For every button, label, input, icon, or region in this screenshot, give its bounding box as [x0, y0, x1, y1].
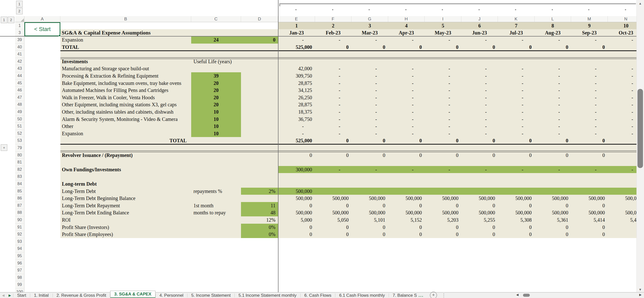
new-sheet-button[interactable]: + [430, 292, 437, 298]
cell-b85[interactable]: Long-Term Debt [60, 188, 191, 195]
cell-m46[interactable]: - [571, 87, 608, 94]
cell-l90[interactable]: 5,361 [535, 216, 571, 224]
row-header-45[interactable]: 45 [15, 80, 24, 87]
cell-i44[interactable]: - [425, 72, 461, 80]
cell-j52[interactable]: - [461, 130, 498, 137]
tab-2-revenue-gross-profit[interactable]: 2. Revenue & Gross Profit [53, 292, 110, 298]
horizontal-scrollbar-thumb[interactable] [523, 294, 530, 297]
row-header-99[interactable]: 99 [15, 281, 24, 288]
cell-f87[interactable]: 0 [315, 202, 352, 209]
cell-h50[interactable]: - [388, 116, 425, 123]
cell-h40[interactable]: 0 [388, 44, 425, 51]
row-header-91[interactable]: 91 [15, 224, 24, 231]
cell-g39[interactable]: - [351, 36, 388, 44]
cell-k91[interactable]: 0 [498, 224, 535, 231]
cell-f47[interactable]: - [315, 94, 352, 101]
cell-b45[interactable]: Bake Equipment, including vacuum ovens, … [60, 80, 191, 87]
cell-m40[interactable]: 0 [571, 44, 608, 51]
row-header-95[interactable]: 95 [15, 252, 24, 260]
cell-e87[interactable]: 0 [278, 202, 315, 209]
cell-g47[interactable]: - [351, 94, 388, 101]
row-header-96[interactable]: 96 [15, 260, 24, 267]
vertical-scrollbar-thumb[interactable] [637, 89, 643, 168]
cell-b47[interactable]: Walk in Freezer, Walk in Cooler, Venta H… [60, 94, 191, 101]
cell-h44[interactable]: - [388, 72, 425, 80]
cell-f82[interactable]: - [315, 166, 352, 173]
cell-b50[interactable]: Alarm & Security System, Monitoring - Vi… [60, 116, 191, 123]
cell-c48[interactable]: 20 [191, 101, 241, 108]
cell-j46[interactable]: - [461, 87, 498, 94]
cell-f49[interactable]: - [315, 108, 352, 116]
column-header-i[interactable]: I [425, 16, 461, 22]
row-header-87[interactable]: 87 [15, 202, 24, 209]
row-header-82[interactable]: 82 [15, 166, 24, 173]
cell-f44[interactable]: - [315, 72, 352, 80]
row-header-43[interactable]: 43 [15, 65, 24, 72]
column-header-l[interactable]: L [535, 16, 571, 22]
cell-k86[interactable]: 500,000 [498, 195, 535, 202]
cell-f53[interactable]: 0 [315, 137, 352, 144]
row-header-97[interactable]: 97 [15, 267, 24, 274]
cell-j82[interactable]: - [461, 166, 498, 173]
cell-f52[interactable]: - [315, 130, 352, 137]
tab-options-dots-icon[interactable]: ⋮ [441, 292, 446, 298]
cell-k50[interactable]: - [498, 116, 535, 123]
cell-e45[interactable]: 28,875 [278, 80, 315, 87]
cell-k49[interactable]: - [498, 108, 535, 116]
cell-h52[interactable]: - [388, 130, 425, 137]
tab-4-personnel[interactable]: 4. Personnel [156, 292, 187, 298]
cell-i48[interactable]: - [425, 101, 461, 108]
row-header-81[interactable]: 81 [15, 159, 24, 166]
cell-m53[interactable]: 0 [571, 137, 608, 144]
cell-b44[interactable]: Processing & Extraction & Refining Equip… [60, 72, 191, 80]
period-date-aug-23[interactable]: Aug-23 [535, 29, 571, 36]
period-date-may-23[interactable]: May-23 [425, 29, 461, 36]
cell-c46[interactable]: 20 [191, 87, 241, 94]
column-header-g[interactable]: G [351, 16, 388, 22]
cell-l50[interactable]: - [535, 116, 571, 123]
cell-g52[interactable]: - [351, 130, 388, 137]
cell-h92[interactable]: 0 [388, 231, 425, 238]
hscroll-right-icon[interactable]: ▶ [639, 293, 641, 296]
cell-m86[interactable]: 500,000 [571, 195, 608, 202]
cell-i86[interactable]: 500,000 [425, 195, 461, 202]
cell-c52[interactable]: 10 [191, 130, 241, 137]
cell-e88[interactable]: 500,000 [278, 209, 315, 216]
cell-j92[interactable]: 0 [461, 231, 498, 238]
cell-g91[interactable]: 0 [351, 224, 388, 231]
period-date-sep-23[interactable]: Sep-23 [571, 29, 608, 36]
scroll-down-icon[interactable]: ▼ [636, 288, 644, 291]
column-header-e[interactable]: E [278, 16, 315, 22]
cell-c85[interactable]: repayments % [191, 188, 241, 195]
cell-e47[interactable]: 26,250 [278, 94, 315, 101]
select-all-corner[interactable] [15, 16, 24, 22]
cell-l88[interactable]: 500,000 [535, 209, 571, 216]
row-header-98[interactable]: 98 [15, 274, 24, 281]
cell-k45[interactable]: - [498, 80, 535, 87]
cell-l92[interactable]: 0 [535, 231, 571, 238]
period-date-jul-23[interactable]: Jul-23 [498, 29, 535, 36]
cell-f91[interactable]: 0 [315, 224, 352, 231]
cell-b46[interactable]: Automated Machines for Filling Pens and … [60, 87, 191, 94]
cell-m87[interactable]: 0 [571, 202, 608, 209]
cell-l39[interactable]: - [535, 36, 571, 44]
cell-k88[interactable]: 500,000 [498, 209, 535, 216]
cell-b52[interactable]: Expansion [60, 130, 191, 137]
sheet-nav-prev-icon[interactable]: ◀ [0, 293, 7, 297]
cell-g80[interactable]: 0 [351, 152, 388, 159]
cell-h45[interactable]: - [388, 80, 425, 87]
row-header-48[interactable]: 48 [15, 101, 24, 108]
cell-j91[interactable]: 0 [461, 224, 498, 231]
cell-j47[interactable]: - [461, 94, 498, 101]
column-outline-level-2-button[interactable]: 2 [16, 8, 23, 14]
period-date-mar-23[interactable]: Mar-23 [351, 29, 388, 36]
row-header-80[interactable]: 80 [15, 152, 24, 159]
row-group-expand-button[interactable]: + [1, 144, 7, 151]
cell-d88[interactable]: 48 [241, 209, 278, 216]
row-header-3[interactable]: 3 [15, 29, 24, 36]
cell-i52[interactable]: - [425, 130, 461, 137]
row-header-41[interactable]: 41 [15, 51, 24, 58]
row-outline-level-1-button[interactable]: 1 [1, 17, 7, 23]
cell-j88[interactable]: 500,000 [461, 209, 498, 216]
cell-j40[interactable]: 0 [461, 44, 498, 51]
